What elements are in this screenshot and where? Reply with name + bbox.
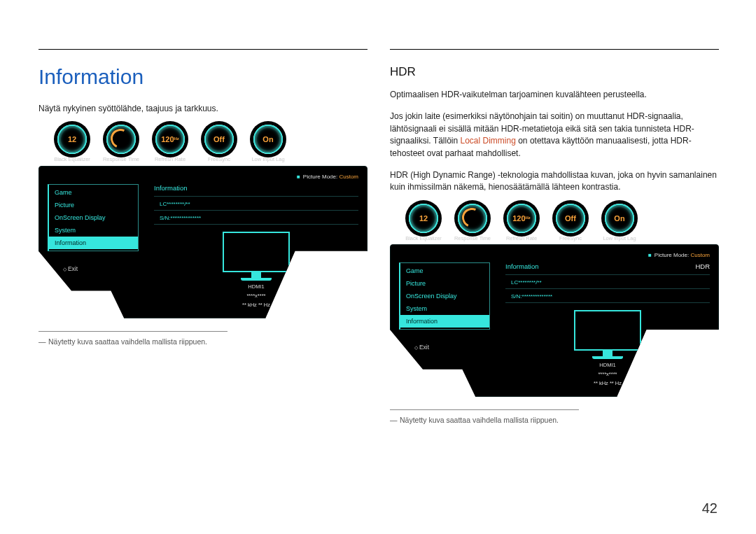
dial-response-time: Response Time <box>100 125 142 162</box>
right-footnote: ―Näytetty kuva saattaa vaihdella mallist… <box>390 416 719 426</box>
osd-panel-left: 12Black EqualizerResponse Time120HzRefre… <box>38 125 368 318</box>
dial-freesync: OffFreeSync <box>550 204 592 241</box>
nav-item-onscreen-display[interactable]: OnScreen Display <box>400 290 489 302</box>
dial-black-equalizer: 12Black Equalizer <box>402 204 444 241</box>
info-serial-r: S/N:************** <box>505 291 710 300</box>
dial-black-equalizer: 12Black Equalizer <box>51 125 93 162</box>
page-number: 42 <box>702 500 718 517</box>
nav-item-system[interactable]: System <box>400 302 489 315</box>
info-serial: S/N:************** <box>154 213 358 222</box>
nav-item-information[interactable]: Information <box>49 237 138 249</box>
osd-nav-r[interactable]: GamePictureOnScreen DisplaySystemInforma… <box>399 262 490 330</box>
section-title-information: Information <box>38 65 368 89</box>
section-title-hdr: HDR <box>390 65 719 79</box>
picture-mode-line-r: ■Picture Mode: Custom <box>399 252 710 258</box>
right-desc3: HDR (High Dynamic Range) -teknologia mah… <box>390 169 719 194</box>
nav-item-onscreen-display[interactable]: OnScreen Display <box>49 211 138 224</box>
exit-hint: Exit <box>63 265 139 272</box>
nav-item-information[interactable]: Information <box>400 315 489 328</box>
info-model-r: LC********/** <box>505 277 710 286</box>
dial-low-input-lag: OnLow Input Lag <box>598 204 640 241</box>
picture-mode-line: ■Picture Mode: Custom <box>48 174 358 180</box>
exit-hint-r: Exit <box>414 344 490 351</box>
info-title: Information <box>154 184 188 192</box>
left-desc: Näytä nykyinen syöttölähde, taajuus ja t… <box>38 103 368 115</box>
monitor-icon-r: HDMI1 ****x**** ** kHz ** Hz <box>573 310 642 386</box>
dial-freesync: OffFreeSync <box>198 125 240 162</box>
left-footnote: ―Näytetty kuva saattaa vaihdella mallist… <box>38 337 368 347</box>
nav-item-system[interactable]: System <box>49 224 138 237</box>
nav-item-picture[interactable]: Picture <box>49 199 138 211</box>
osd-nav[interactable]: GamePictureOnScreen DisplaySystemInforma… <box>48 184 139 251</box>
info-title-r: Information <box>505 262 539 270</box>
dial-low-input-lag: OnLow Input Lag <box>247 125 289 162</box>
info-hdr-label: HDR <box>695 262 710 270</box>
nav-item-picture[interactable]: Picture <box>400 277 489 290</box>
right-desc2: Jos jokin laite (esimerkiksi näytönohjai… <box>390 111 719 160</box>
dial-refresh-rate: 120HzRefresh Rate <box>500 204 542 241</box>
right-desc1: Optimaalisen HDR-vaikutelman tarjoaminen… <box>390 89 719 101</box>
dial-refresh-rate: 120HzRefresh Rate <box>149 125 191 162</box>
nav-item-game[interactable]: Game <box>400 265 489 277</box>
info-model: LC********/** <box>154 199 358 208</box>
monitor-icon: HDMI1 ****x**** ** kHz ** Hz <box>222 232 290 308</box>
dial-response-time: Response Time <box>451 204 493 241</box>
osd-panel-right: 12Black EqualizerResponse Time120HzRefre… <box>390 204 719 397</box>
nav-item-game[interactable]: Game <box>49 186 138 199</box>
